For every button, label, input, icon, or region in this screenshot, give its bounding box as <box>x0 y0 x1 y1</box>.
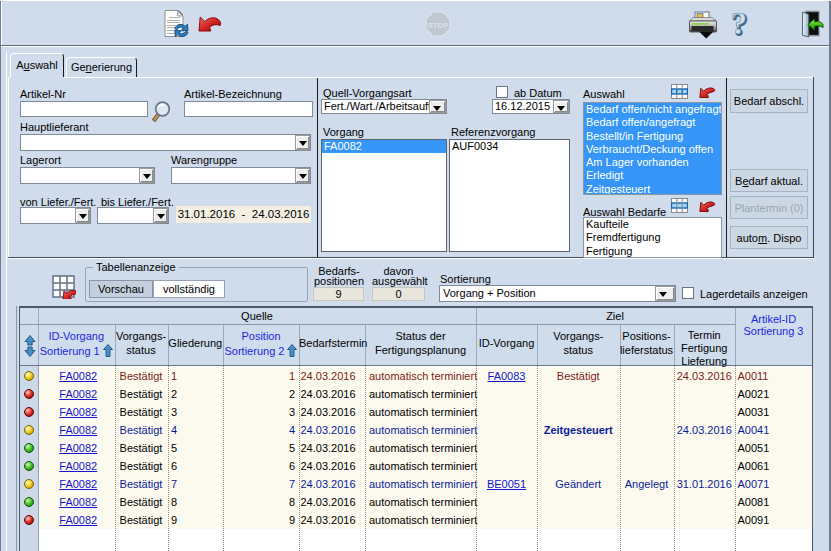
svg-text:STOP: STOP <box>428 21 448 30</box>
svg-text:?: ? <box>731 7 747 40</box>
